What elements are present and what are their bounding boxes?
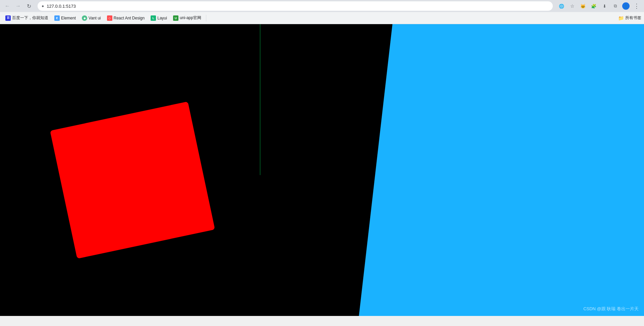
bookmark-baidu[interactable]: 百 百度一下，你就知道: [3, 14, 51, 22]
translate-icon: 🌐: [559, 4, 564, 9]
translate-button[interactable]: 🌐: [557, 1, 566, 11]
bookmark-element[interactable]: E Element: [52, 14, 78, 22]
split-button[interactable]: ⧉: [610, 1, 620, 11]
uniapp-label: uni-app官网: [180, 15, 201, 21]
red-box: [50, 102, 215, 259]
address-bar-text: 127.0.0.1:5173: [47, 4, 549, 9]
bookmarks-divider: [206, 15, 206, 21]
bookmark-layui[interactable]: L Layui: [148, 14, 170, 22]
vant-icon: ◆: [82, 15, 87, 21]
address-bar-container[interactable]: ● 127.0.0.1:5173: [38, 1, 553, 11]
download-icon: ⬇: [603, 4, 606, 9]
webpage-content: CSDN @跟 耿瑞 卷出一片天: [0, 24, 644, 316]
element-label: Element: [61, 16, 76, 20]
bookmark-react-ant[interactable]: ◇ React Ant Design: [104, 14, 148, 22]
split-icon: ⧉: [614, 3, 617, 9]
all-bookmarks-label: 所有书签: [625, 15, 641, 21]
forward-button[interactable]: →: [13, 1, 23, 11]
profile-avatar: 👤: [622, 2, 630, 10]
reload-button[interactable]: ↻: [24, 1, 34, 11]
baidu-label: 百度一下，你就知道: [12, 15, 48, 21]
secure-icon: ●: [42, 4, 44, 8]
bookmark-uniapp[interactable]: U uni-app官网: [170, 14, 204, 22]
back-button[interactable]: ←: [3, 1, 12, 11]
all-bookmarks[interactable]: 📁 所有书签: [618, 15, 641, 21]
bookmark-button[interactable]: ☆: [568, 1, 577, 11]
watermark-text: CSDN @跟 耿瑞 卷出一片天: [583, 306, 639, 311]
react-ant-icon: ◇: [107, 15, 112, 21]
green-vertical-line: [260, 24, 260, 175]
toolbar-right: 🌐 ☆ 🐱 🧩 ⬇ ⧉ 👤 ⋮: [557, 1, 641, 11]
puzzle-icon: 🧩: [591, 4, 596, 9]
blue-shape: [359, 24, 644, 316]
watermark: CSDN @跟 耿瑞 卷出一片天: [583, 306, 639, 312]
tampermonkey-icon: 🐱: [580, 4, 586, 9]
bookmark-vant[interactable]: ◆ Vant ui: [79, 14, 103, 22]
tampermonkey-button[interactable]: 🐱: [578, 1, 588, 11]
title-bar: ← → ↻ ● 127.0.0.1:5173 🌐 ☆ 🐱 🧩 ⬇: [0, 0, 644, 12]
baidu-icon: 百: [5, 15, 11, 21]
react-ant-label: React Ant Design: [114, 16, 145, 20]
download-button[interactable]: ⬇: [600, 1, 609, 11]
menu-button[interactable]: ⋮: [632, 1, 641, 11]
element-icon: E: [54, 15, 60, 21]
star-icon: ☆: [570, 3, 575, 9]
profile-button[interactable]: 👤: [621, 1, 631, 11]
layui-label: Layui: [157, 16, 167, 20]
extensions-button[interactable]: 🧩: [589, 1, 598, 11]
bookmarks-bar: 百 百度一下，你就知道 E Element ◆ Vant ui ◇ React …: [0, 12, 644, 24]
menu-icon: ⋮: [634, 2, 640, 10]
browser-chrome: ← → ↻ ● 127.0.0.1:5173 🌐 ☆ 🐱 🧩 ⬇: [0, 0, 644, 24]
folder-icon: 📁: [618, 15, 624, 21]
layui-icon: L: [151, 15, 156, 21]
vant-label: Vant ui: [89, 16, 101, 20]
uniapp-icon: U: [173, 15, 178, 21]
nav-buttons: ← → ↻: [3, 1, 34, 11]
